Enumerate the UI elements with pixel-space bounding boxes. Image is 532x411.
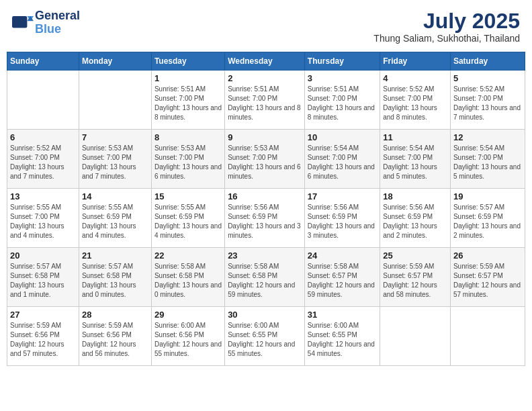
day-number: 1 xyxy=(154,73,222,83)
calendar-cell xyxy=(380,307,451,366)
day-number: 8 xyxy=(154,132,222,142)
calendar-cell: 1Sunrise: 5:51 AM Sunset: 7:00 PM Daylig… xyxy=(151,71,224,130)
weekday-header-monday: Monday xyxy=(79,52,151,71)
day-number: 6 xyxy=(10,132,76,142)
calendar-cell: 22Sunrise: 5:58 AM Sunset: 6:58 PM Dayli… xyxy=(151,248,224,307)
day-number: 5 xyxy=(453,73,522,83)
title-block: July 2025 Thung Saliam, Sukhothai, Thail… xyxy=(373,9,520,44)
calendar-cell: 17Sunrise: 5:56 AM Sunset: 6:59 PM Dayli… xyxy=(304,189,380,248)
day-info: Sunrise: 5:56 AM Sunset: 6:59 PM Dayligh… xyxy=(308,203,377,240)
day-number: 25 xyxy=(383,250,447,261)
day-number: 10 xyxy=(308,132,377,142)
calendar-cell xyxy=(7,71,79,130)
calendar-cell: 20Sunrise: 5:57 AM Sunset: 6:58 PM Dayli… xyxy=(7,248,79,307)
day-number: 7 xyxy=(82,132,148,142)
calendar-cell: 18Sunrise: 5:56 AM Sunset: 6:59 PM Dayli… xyxy=(380,189,451,248)
calendar-cell: 21Sunrise: 5:57 AM Sunset: 6:58 PM Dayli… xyxy=(79,248,151,307)
day-number: 17 xyxy=(308,191,377,201)
day-info: Sunrise: 6:00 AM Sunset: 6:56 PM Dayligh… xyxy=(154,321,222,359)
calendar-cell: 10Sunrise: 5:54 AM Sunset: 7:00 PM Dayli… xyxy=(304,130,380,189)
page-header: General Blue July 2025 Thung Saliam, Suk… xyxy=(7,7,525,46)
calendar-week-row: 6Sunrise: 5:52 AM Sunset: 7:00 PM Daylig… xyxy=(7,130,525,189)
day-number: 24 xyxy=(308,250,377,261)
day-number: 12 xyxy=(453,132,522,142)
calendar-cell: 19Sunrise: 5:57 AM Sunset: 6:59 PM Dayli… xyxy=(450,189,525,248)
day-info: Sunrise: 5:55 AM Sunset: 6:59 PM Dayligh… xyxy=(154,203,222,240)
day-info: Sunrise: 5:57 AM Sunset: 6:58 PM Dayligh… xyxy=(82,262,148,300)
day-number: 13 xyxy=(10,191,76,201)
calendar-week-row: 20Sunrise: 5:57 AM Sunset: 6:58 PM Dayli… xyxy=(7,248,525,307)
calendar-cell: 9Sunrise: 5:53 AM Sunset: 7:00 PM Daylig… xyxy=(225,130,305,189)
calendar-cell: 16Sunrise: 5:56 AM Sunset: 6:59 PM Dayli… xyxy=(225,189,305,248)
calendar-cell: 3Sunrise: 5:51 AM Sunset: 7:00 PM Daylig… xyxy=(304,71,380,130)
day-number: 3 xyxy=(308,73,377,83)
calendar-week-row: 1Sunrise: 5:51 AM Sunset: 7:00 PM Daylig… xyxy=(7,71,525,130)
calendar-cell: 29Sunrise: 6:00 AM Sunset: 6:56 PM Dayli… xyxy=(151,307,224,366)
day-number: 11 xyxy=(383,132,447,142)
day-info: Sunrise: 5:53 AM Sunset: 7:00 PM Dayligh… xyxy=(154,144,222,181)
weekday-header-row: SundayMondayTuesdayWednesdayThursdayFrid… xyxy=(7,52,525,71)
day-info: Sunrise: 5:58 AM Sunset: 6:57 PM Dayligh… xyxy=(308,262,377,300)
day-number: 31 xyxy=(308,310,377,320)
day-info: Sunrise: 5:59 AM Sunset: 6:57 PM Dayligh… xyxy=(453,262,522,300)
calendar-cell: 25Sunrise: 5:59 AM Sunset: 6:57 PM Dayli… xyxy=(380,248,451,307)
calendar-cell: 7Sunrise: 5:53 AM Sunset: 7:00 PM Daylig… xyxy=(79,130,151,189)
day-number: 18 xyxy=(383,191,447,201)
calendar-cell: 12Sunrise: 5:54 AM Sunset: 7:00 PM Dayli… xyxy=(450,130,525,189)
calendar-cell: 8Sunrise: 5:53 AM Sunset: 7:00 PM Daylig… xyxy=(151,130,224,189)
day-number: 22 xyxy=(154,250,222,261)
calendar-week-row: 13Sunrise: 5:55 AM Sunset: 7:00 PM Dayli… xyxy=(7,189,525,248)
day-number: 16 xyxy=(228,191,302,201)
calendar-cell: 15Sunrise: 5:55 AM Sunset: 6:59 PM Dayli… xyxy=(151,189,224,248)
day-number: 19 xyxy=(453,191,522,201)
day-info: Sunrise: 5:59 AM Sunset: 6:56 PM Dayligh… xyxy=(10,321,76,359)
day-info: Sunrise: 5:51 AM Sunset: 7:00 PM Dayligh… xyxy=(228,85,302,122)
day-number: 29 xyxy=(154,310,222,320)
day-number: 27 xyxy=(10,310,76,320)
calendar-cell: 24Sunrise: 5:58 AM Sunset: 6:57 PM Dayli… xyxy=(304,248,380,307)
calendar-cell: 30Sunrise: 6:00 AM Sunset: 6:55 PM Dayli… xyxy=(225,307,305,366)
calendar-cell: 27Sunrise: 5:59 AM Sunset: 6:56 PM Dayli… xyxy=(7,307,79,366)
calendar-week-row: 27Sunrise: 5:59 AM Sunset: 6:56 PM Dayli… xyxy=(7,307,525,366)
weekday-header-wednesday: Wednesday xyxy=(225,52,305,71)
calendar-cell xyxy=(450,307,525,366)
day-info: Sunrise: 5:53 AM Sunset: 7:00 PM Dayligh… xyxy=(82,144,148,181)
calendar-cell: 26Sunrise: 5:59 AM Sunset: 6:57 PM Dayli… xyxy=(450,248,525,307)
day-info: Sunrise: 5:51 AM Sunset: 7:00 PM Dayligh… xyxy=(154,85,222,122)
logo-line1: General xyxy=(35,9,80,23)
day-info: Sunrise: 5:59 AM Sunset: 6:56 PM Dayligh… xyxy=(82,321,148,359)
day-info: Sunrise: 5:55 AM Sunset: 7:00 PM Dayligh… xyxy=(10,203,76,240)
day-info: Sunrise: 6:00 AM Sunset: 6:55 PM Dayligh… xyxy=(308,321,377,359)
logo-line2: Blue xyxy=(35,22,61,36)
logo-icon xyxy=(12,13,34,32)
calendar-cell: 23Sunrise: 5:58 AM Sunset: 6:58 PM Dayli… xyxy=(225,248,305,307)
day-number: 30 xyxy=(228,310,302,320)
day-number: 21 xyxy=(82,250,148,261)
calendar-cell: 31Sunrise: 6:00 AM Sunset: 6:55 PM Dayli… xyxy=(304,307,380,366)
day-number: 28 xyxy=(82,310,148,320)
calendar-cell: 13Sunrise: 5:55 AM Sunset: 7:00 PM Dayli… xyxy=(7,189,79,248)
calendar-cell: 14Sunrise: 5:55 AM Sunset: 6:59 PM Dayli… xyxy=(79,189,151,248)
day-info: Sunrise: 5:52 AM Sunset: 7:00 PM Dayligh… xyxy=(383,85,447,122)
day-info: Sunrise: 5:53 AM Sunset: 7:00 PM Dayligh… xyxy=(228,144,302,181)
day-info: Sunrise: 5:54 AM Sunset: 7:00 PM Dayligh… xyxy=(383,144,447,181)
day-info: Sunrise: 5:52 AM Sunset: 7:00 PM Dayligh… xyxy=(10,144,76,181)
calendar-cell: 6Sunrise: 5:52 AM Sunset: 7:00 PM Daylig… xyxy=(7,130,79,189)
day-number: 2 xyxy=(228,73,302,83)
day-info: Sunrise: 5:56 AM Sunset: 6:59 PM Dayligh… xyxy=(228,203,302,240)
day-number: 15 xyxy=(154,191,222,201)
day-info: Sunrise: 5:57 AM Sunset: 6:58 PM Dayligh… xyxy=(10,262,76,300)
weekday-header-sunday: Sunday xyxy=(7,52,79,71)
calendar-cell: 5Sunrise: 5:52 AM Sunset: 7:00 PM Daylig… xyxy=(450,71,525,130)
day-number: 14 xyxy=(82,191,148,201)
day-info: Sunrise: 5:54 AM Sunset: 7:00 PM Dayligh… xyxy=(453,144,522,181)
logo-text: General Blue xyxy=(35,9,80,36)
weekday-header-friday: Friday xyxy=(380,52,451,71)
day-info: Sunrise: 5:56 AM Sunset: 6:59 PM Dayligh… xyxy=(383,203,447,240)
day-info: Sunrise: 6:00 AM Sunset: 6:55 PM Dayligh… xyxy=(228,321,302,359)
calendar-cell: 28Sunrise: 5:59 AM Sunset: 6:56 PM Dayli… xyxy=(79,307,151,366)
day-info: Sunrise: 5:58 AM Sunset: 6:58 PM Dayligh… xyxy=(154,262,222,300)
day-number: 20 xyxy=(10,250,76,261)
day-number: 26 xyxy=(453,250,522,261)
calendar-cell: 11Sunrise: 5:54 AM Sunset: 7:00 PM Dayli… xyxy=(380,130,451,189)
